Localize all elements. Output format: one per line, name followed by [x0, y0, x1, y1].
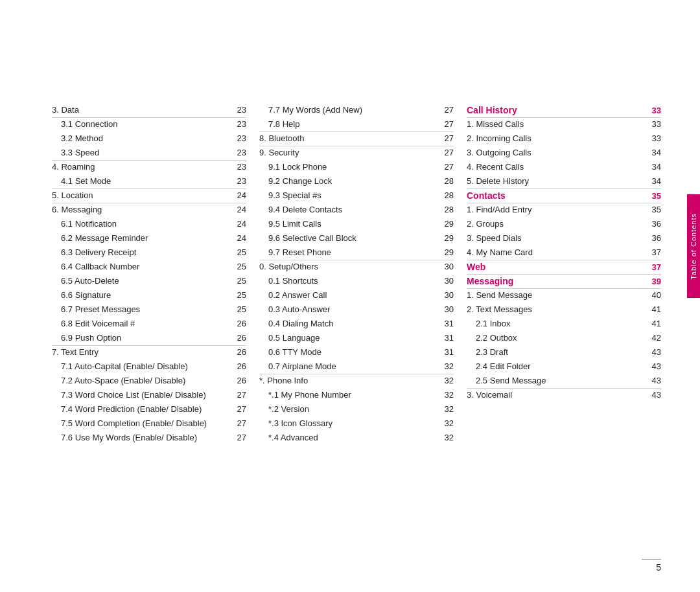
- toc-page-number: 31: [438, 347, 454, 357]
- toc-item-label: 0.2 Answer Call: [259, 290, 438, 300]
- toc-page-number: 35: [645, 205, 661, 214]
- toc-item-label: 5. Location: [52, 190, 230, 200]
- toc-item-label: 6.9 Push Option: [52, 333, 230, 343]
- toc-page-number: 32: [438, 361, 454, 371]
- toc-page-number: 32: [438, 376, 454, 385]
- toc-page-number: 34: [645, 176, 661, 186]
- toc-row: 3.3 Speed23: [52, 146, 246, 161]
- toc-row: 0.3 Auto-Answer30: [259, 303, 454, 317]
- toc-page-number: 27: [438, 133, 454, 143]
- toc-row: 1. Find/Add Entry35: [467, 203, 661, 218]
- toc-row: 9. Security27: [259, 146, 454, 161]
- toc-row: 4. Roaming23: [52, 161, 246, 175]
- toc-item-label: 0.7 Airplane Mode: [259, 361, 438, 371]
- column-2: 7.7 My Words (Add New)277.8 Help278. Blu…: [259, 104, 467, 553]
- toc-page-number: 26: [230, 376, 246, 385]
- toc-row: 3. Outgoing Calls34: [467, 146, 661, 161]
- toc-item-label: 7.7 My Words (Add New): [259, 105, 438, 115]
- toc-item-label: 9. Security: [259, 148, 438, 157]
- toc-row: *.3 Icon Glossary32: [259, 417, 454, 431]
- toc-row: 2.3 Draft43: [467, 346, 661, 360]
- toc-item-label: 4. Roaming: [52, 162, 230, 172]
- toc-item-label: 7.3 Word Choice List (Enable/ Disable): [52, 390, 230, 400]
- toc-item-label: 9.4 Delete Contacts: [259, 205, 438, 214]
- toc-page-number: 43: [645, 347, 661, 357]
- toc-row: 7.3 Word Choice List (Enable/ Disable)27: [52, 389, 246, 403]
- toc-page-number: 32: [438, 433, 454, 442]
- toc-row: 4. My Name Card37: [467, 246, 661, 260]
- toc-page-number: 26: [230, 347, 246, 357]
- toc-row: 2. Text Messages41: [467, 303, 661, 317]
- toc-row: 4.1 Set Mode23: [52, 175, 246, 189]
- toc-row: Contacts35: [467, 189, 661, 203]
- toc-row: 6.1 Notification24: [52, 218, 246, 232]
- toc-item-label: 2.1 Inbox: [467, 319, 645, 328]
- toc-row: 9.2 Change Lock28: [259, 175, 454, 189]
- toc-item-label: 7.5 Word Completion (Enable/ Disable): [52, 418, 230, 428]
- toc-page-number: 27: [230, 404, 246, 414]
- toc-row: *.2 Version32: [259, 403, 454, 417]
- toc-page-number: 31: [438, 319, 454, 328]
- toc-item-label: 7.1 Auto-Capital (Enable/ Disable): [52, 361, 230, 371]
- section-header-label: Call History: [467, 105, 645, 115]
- toc-item-label: 3. Outgoing Calls: [467, 148, 645, 157]
- toc-item-label: 6.3 Delivery Receipt: [52, 247, 230, 257]
- toc-page-number: 29: [438, 219, 454, 229]
- toc-page-number: 43: [645, 376, 661, 385]
- toc-item-label: 0.3 Auto-Answer: [259, 304, 438, 314]
- toc-page-number: 30: [438, 262, 454, 271]
- toc-item-label: 9.1 Lock Phone: [259, 162, 438, 172]
- toc-page-number: 23: [230, 162, 246, 172]
- toc-row: Web37: [467, 260, 661, 275]
- sidebar-tab: Table of Contents: [687, 194, 700, 298]
- toc-row: *.4 Advanced32: [259, 431, 454, 446]
- toc-item-label: 0.5 Language: [259, 333, 438, 343]
- toc-page-number: 25: [230, 262, 246, 271]
- toc-row: 3. Voicemail43: [467, 389, 661, 403]
- sidebar-label: Table of Contents: [690, 213, 697, 280]
- toc-row: 9.1 Lock Phone27: [259, 161, 454, 175]
- toc-page-number: 23: [230, 105, 246, 115]
- toc-item-label: 3. Speed Dials: [467, 233, 645, 243]
- toc-row: 2.4 Edit Folder43: [467, 360, 661, 374]
- toc-row: 3.2 Method23: [52, 132, 246, 146]
- toc-row: 7.4 Word Prediction (Enable/ Disable)27: [52, 403, 246, 417]
- section-header-label: Web: [467, 262, 645, 272]
- toc-item-label: 0.4 Dialing Match: [259, 319, 438, 328]
- toc-row: 4. Recent Calls34: [467, 161, 661, 175]
- toc-item-label: 4.1 Set Mode: [52, 176, 230, 186]
- toc-item-label: 2.4 Edit Folder: [467, 361, 645, 371]
- toc-row: 6.4 Callback Number25: [52, 260, 246, 275]
- toc-row: 2. Groups36: [467, 218, 661, 232]
- toc-row: 2.1 Inbox41: [467, 317, 661, 332]
- toc-item-label: 8. Bluetooth: [259, 133, 438, 143]
- toc-row: 7.6 Use My Words (Enable/ Disable)27: [52, 431, 246, 446]
- toc-item-label: *. Phone Info: [259, 376, 438, 385]
- toc-page-number: 37: [645, 262, 661, 272]
- toc-item-label: 2. Groups: [467, 219, 645, 229]
- toc-page-number: 23: [230, 133, 246, 143]
- toc-page-number: 32: [438, 418, 454, 428]
- toc-row: 9.4 Delete Contacts28: [259, 203, 454, 218]
- toc-item-label: 9.3 Special #s: [259, 190, 438, 200]
- toc-item-label: 3. Voicemail: [467, 390, 645, 400]
- section-header-label: Messaging: [467, 276, 645, 286]
- toc-page-number: 27: [230, 418, 246, 428]
- toc-item-label: 7.4 Word Prediction (Enable/ Disable): [52, 404, 230, 414]
- toc-item-label: 3.1 Connection: [52, 119, 230, 129]
- toc-page-number: 24: [230, 190, 246, 200]
- toc-page-number: 24: [230, 219, 246, 229]
- toc-page-number: 35: [645, 191, 661, 201]
- toc-item-label: 3.2 Method: [52, 133, 230, 143]
- toc-page-number: 33: [645, 133, 661, 143]
- toc-page-number: 34: [645, 162, 661, 172]
- toc-item-label: 3. Data: [52, 105, 230, 115]
- toc-page-number: 30: [438, 276, 454, 286]
- toc-page-number: 34: [645, 148, 661, 157]
- toc-row: 2. Incoming Calls33: [467, 132, 661, 146]
- toc-page-number: 43: [645, 361, 661, 371]
- page-container: 3. Data233.1 Connection233.2 Method233.3…: [52, 104, 674, 553]
- toc-page-number: 36: [645, 219, 661, 229]
- toc-item-label: 6. Messaging: [52, 205, 230, 214]
- toc-page-number: 39: [645, 277, 661, 286]
